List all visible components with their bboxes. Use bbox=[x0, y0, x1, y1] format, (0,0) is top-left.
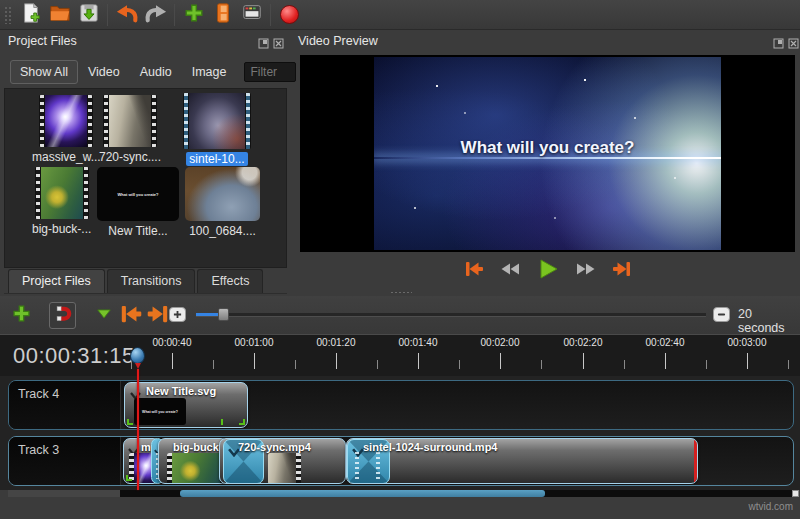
new-project-button[interactable] bbox=[17, 1, 44, 28]
play-icon bbox=[536, 258, 560, 283]
filter-tab-video[interactable]: Video bbox=[78, 60, 130, 84]
video-preview-panel-title: Video Preview bbox=[298, 34, 378, 54]
tab-effects[interactable]: Effects bbox=[197, 269, 263, 293]
panel-splitter-handle[interactable] bbox=[390, 291, 412, 294]
transport-controls bbox=[300, 254, 795, 286]
video-thumbnail bbox=[183, 93, 251, 149]
clip-keyframe-mark bbox=[126, 475, 132, 481]
track-label-zone: Track 4 bbox=[9, 381, 121, 429]
previous-marker-button[interactable] bbox=[117, 302, 144, 329]
snapping-toggle-button[interactable] bbox=[49, 302, 76, 329]
undo-button[interactable] bbox=[113, 1, 140, 28]
video-preview-area: What will you create? bbox=[300, 55, 795, 252]
scrollbar-corner bbox=[792, 490, 799, 497]
open-folder-icon bbox=[49, 2, 71, 27]
scrollbar-gutter bbox=[8, 490, 120, 497]
project-files-list: massive_w... 720-sync.... sintel-10... b… bbox=[4, 88, 287, 268]
next-marker-icon bbox=[145, 303, 171, 328]
toolbar-separator bbox=[270, 4, 271, 26]
next-marker-button[interactable] bbox=[144, 302, 171, 329]
timeline-zoom-slider[interactable] bbox=[196, 313, 706, 317]
timeline-horizontal-scrollbar[interactable] bbox=[120, 490, 792, 497]
clip-720sync[interactable]: 720-sync.mp4 bbox=[219, 438, 346, 484]
clip-new-title[interactable]: New Title.svg What will you create? bbox=[124, 382, 248, 428]
video-overlay-text: What will you create? bbox=[374, 138, 721, 158]
scrollbar-thumb[interactable] bbox=[180, 490, 545, 497]
add-button[interactable] bbox=[180, 1, 207, 28]
clip-keyframe-mark bbox=[239, 419, 245, 425]
add-track-plus-icon bbox=[11, 303, 32, 327]
redo-icon bbox=[144, 2, 168, 27]
clip-trim-edge[interactable] bbox=[694, 439, 697, 483]
main-toolbar bbox=[0, 0, 800, 30]
filter-input[interactable] bbox=[244, 62, 296, 82]
file-item-massive[interactable]: massive_w... bbox=[32, 95, 101, 164]
rewind-icon bbox=[499, 259, 523, 282]
file-item-newtitle[interactable]: What will you create? New Title... bbox=[97, 167, 179, 238]
zoom-in-button[interactable] bbox=[169, 307, 186, 322]
filter-tab-show-all[interactable]: Show All bbox=[10, 60, 78, 84]
timeline-tracks-area: Track 4 New Title.svg What will you crea… bbox=[0, 376, 800, 490]
redo-button[interactable] bbox=[142, 1, 169, 28]
track-label-zone: Track 3 bbox=[9, 437, 121, 485]
add-marker-button[interactable] bbox=[90, 302, 117, 329]
previous-marker-icon bbox=[118, 303, 144, 328]
file-item-720sync[interactable]: 720-sync.... bbox=[99, 95, 161, 164]
add-track-button[interactable] bbox=[8, 302, 35, 329]
playhead-line[interactable] bbox=[137, 369, 139, 490]
toolbar-separator bbox=[174, 4, 175, 26]
jump-start-icon bbox=[462, 259, 486, 282]
tab-project-files[interactable]: Project Files bbox=[8, 269, 105, 293]
tab-transitions[interactable]: Transitions bbox=[107, 269, 196, 293]
file-item-bigbuck[interactable]: big-buck-... bbox=[32, 167, 91, 236]
open-project-button[interactable] bbox=[46, 1, 73, 28]
profile-screen-icon bbox=[241, 2, 263, 27]
save-icon bbox=[78, 2, 100, 27]
play-button[interactable] bbox=[535, 258, 561, 282]
image-thumbnail bbox=[185, 167, 260, 221]
float-panel-icon[interactable] bbox=[773, 35, 784, 53]
record-icon bbox=[280, 5, 299, 24]
save-project-button[interactable] bbox=[75, 1, 102, 28]
fast-forward-icon bbox=[573, 259, 597, 282]
filter-row: Show All Video Audio Image bbox=[10, 59, 288, 85]
choose-profile-button[interactable] bbox=[238, 1, 265, 28]
marker-triangle-icon bbox=[96, 306, 112, 324]
clip-bigbuck[interactable]: big-buck- bbox=[158, 438, 228, 484]
magnet-icon bbox=[53, 303, 73, 327]
timeline-toolbar: 20 seconds bbox=[0, 296, 800, 334]
openshot-window: Project Files Show All Video Audio Image… bbox=[0, 0, 800, 519]
track-4: Track 4 New Title.svg What will you crea… bbox=[8, 380, 794, 430]
clip-keyframe-mark bbox=[221, 419, 223, 425]
add-plus-icon bbox=[183, 2, 205, 27]
clip-sintel[interactable]: sintel-1024-surround.mp4 bbox=[346, 438, 698, 484]
track-3: Track 3 m big-buck- bbox=[8, 436, 794, 486]
jump-to-start-button[interactable] bbox=[461, 258, 487, 282]
jump-to-end-button[interactable] bbox=[609, 258, 635, 282]
fast-forward-button[interactable] bbox=[572, 258, 598, 282]
export-video-button[interactable] bbox=[276, 1, 303, 28]
video-thumbnail bbox=[35, 167, 89, 219]
video-frame: What will you create? bbox=[374, 57, 721, 250]
import-files-button[interactable] bbox=[209, 1, 236, 28]
ruler-scale[interactable]: 00:00:4000:01:0000:01:2000:01:4000:02:00… bbox=[0, 335, 800, 376]
undo-icon bbox=[115, 2, 139, 27]
file-item-sintel[interactable]: sintel-10... bbox=[183, 93, 251, 166]
float-panel-icon[interactable] bbox=[258, 35, 269, 53]
toolbar-grip[interactable] bbox=[4, 6, 13, 24]
new-project-icon bbox=[20, 2, 42, 27]
jump-end-icon bbox=[610, 259, 634, 282]
rewind-button[interactable] bbox=[498, 258, 524, 282]
close-panel-icon[interactable] bbox=[788, 35, 799, 53]
close-panel-icon[interactable] bbox=[273, 35, 284, 53]
timeline-ruler: 00:00:31:15 00:00:4000:01:0000:01:2000:0… bbox=[0, 334, 800, 376]
playhead-marker[interactable] bbox=[130, 347, 145, 364]
filter-tab-image[interactable]: Image bbox=[182, 60, 237, 84]
filter-tab-audio[interactable]: Audio bbox=[130, 60, 182, 84]
clip-thumbnail: What will you create? bbox=[134, 398, 186, 425]
file-item-bedroom[interactable]: 100_0684.... bbox=[185, 167, 260, 238]
zoom-slider-handle[interactable] bbox=[218, 308, 229, 321]
clip-keyframe-mark bbox=[127, 419, 133, 425]
project-files-panel-title: Project Files bbox=[8, 34, 77, 54]
zoom-out-button[interactable] bbox=[713, 307, 730, 322]
